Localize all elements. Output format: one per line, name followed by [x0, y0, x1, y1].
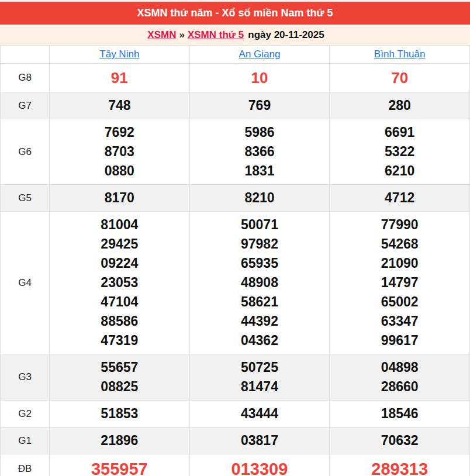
table-row: G7748769280: [1, 92, 469, 119]
prize-label: G3: [1, 354, 49, 400]
result-number: 70632: [330, 431, 469, 450]
result-cell: 5072581474: [189, 354, 330, 400]
result-number: 54268: [330, 234, 469, 254]
result-cell: 769: [189, 92, 330, 119]
result-number: 8703: [50, 142, 189, 161]
result-number: 81474: [190, 377, 330, 396]
result-number: 6691: [330, 123, 469, 142]
prize-label: G8: [1, 64, 49, 92]
result-number: 04898: [330, 358, 469, 377]
result-number: 6210: [330, 161, 469, 181]
result-number: 8210: [190, 188, 330, 208]
result-number: 21896: [50, 431, 189, 450]
breadcrumb-separator: »: [179, 29, 184, 40]
result-number: 65935: [190, 254, 330, 273]
province-link[interactable]: An Giang: [239, 49, 281, 60]
result-number: 08825: [50, 377, 189, 396]
page-title: XSMN thứ năm - Xổ số miền Nam thứ 5: [137, 7, 333, 19]
breadcrumb-link-xsmn[interactable]: XSMN: [147, 29, 176, 40]
breadcrumb-date: ngày 20-11-2025: [248, 29, 324, 40]
result-cell: 5565708825: [49, 354, 189, 400]
prize-label: G4: [1, 212, 49, 354]
result-number: 289313: [330, 458, 469, 476]
result-cell: 8170: [49, 185, 189, 211]
result-cell: 769287030880: [49, 119, 189, 184]
result-number: 70: [330, 67, 469, 88]
result-cell: 4712: [329, 185, 469, 211]
result-cell: 280: [329, 92, 469, 119]
corner-cell: [1, 46, 49, 63]
result-number: 29425: [50, 234, 189, 254]
result-number: 8170: [50, 188, 189, 208]
result-number: 8366: [190, 142, 330, 161]
result-number: 43444: [190, 404, 330, 423]
result-cell: 8210: [189, 185, 330, 211]
province-link[interactable]: Tây Ninh: [99, 49, 139, 60]
result-cell: 0489828660: [329, 354, 469, 400]
result-cell: 669153226210: [329, 119, 469, 184]
breadcrumb-link-xsmn-thu-5[interactable]: XSMN thứ 5: [188, 29, 244, 40]
result-number: 65002: [330, 292, 469, 312]
result-number: 44392: [190, 312, 330, 331]
prize-label: G7: [1, 92, 49, 119]
result-number: 748: [50, 96, 189, 115]
result-number: 355957: [50, 458, 189, 476]
prize-label: G1: [1, 427, 49, 454]
result-cell: 50071979826593548908586214439204362: [189, 212, 330, 354]
result-number: 48908: [190, 273, 330, 292]
result-number: 769: [190, 96, 330, 115]
result-cell: 03817: [189, 427, 330, 454]
result-cell: 10: [189, 64, 330, 92]
result-number: 0880: [50, 161, 189, 181]
table-row: G1218960381770632: [1, 427, 469, 454]
result-cell: 51853: [49, 401, 189, 427]
result-cell: 355957: [49, 454, 189, 476]
result-cell: 598683661831: [189, 119, 330, 184]
province-link[interactable]: Bình Thuận: [374, 49, 426, 60]
table-row: G481004294250922423053471048858647319500…: [1, 212, 469, 354]
results-table: Tây NinhAn GiangBình Thuận G8911070G7748…: [0, 45, 470, 476]
result-number: 4712: [330, 188, 469, 208]
table-row: G5817082104712: [1, 185, 469, 212]
result-number: 5986: [190, 123, 330, 142]
result-number: 23053: [50, 273, 189, 292]
result-number: 77990: [330, 215, 469, 234]
result-cell: 70632: [329, 427, 469, 454]
result-number: 1831: [190, 161, 330, 181]
result-number: 58621: [190, 292, 330, 312]
result-number: 28660: [330, 377, 469, 396]
result-number: 21090: [330, 254, 469, 273]
result-cell: 18546: [329, 401, 469, 427]
result-cell: 81004294250922423053471048858647319: [49, 212, 189, 354]
result-cell: 70: [329, 64, 469, 92]
result-number: 47104: [50, 292, 189, 312]
result-number: 47319: [50, 331, 189, 350]
result-number: 5322: [330, 142, 469, 161]
result-number: 91: [50, 67, 189, 88]
result-number: 81004: [50, 215, 189, 234]
result-number: 50071: [190, 215, 330, 234]
table-row: G6769287030880598683661831669153226210: [1, 119, 469, 185]
prize-label: ĐB: [1, 454, 49, 476]
result-number: 55657: [50, 358, 189, 377]
result-cell: 77990542682109014797650026334799617: [329, 212, 469, 354]
result-number: 013309: [190, 458, 330, 476]
result-cell: 289313: [329, 454, 469, 476]
result-number: 7692: [50, 123, 189, 142]
prize-label: G2: [1, 401, 49, 427]
result-cell: 91: [49, 64, 189, 92]
result-number: 14797: [330, 273, 469, 292]
result-number: 50725: [190, 358, 330, 377]
prize-label: G6: [1, 119, 49, 184]
result-number: 63347: [330, 312, 469, 331]
result-number: 10: [190, 67, 330, 88]
table-row: G3556570882550725814740489828660: [1, 354, 469, 401]
result-number: 88586: [50, 312, 189, 331]
province-header: Tây Ninh: [49, 46, 189, 63]
result-number: 280: [330, 96, 469, 115]
result-number: 09224: [50, 254, 189, 273]
prize-label: G5: [1, 185, 49, 211]
province-header: An Giang: [189, 46, 330, 63]
result-number: 97982: [190, 234, 330, 254]
result-cell: 21896: [49, 427, 189, 454]
